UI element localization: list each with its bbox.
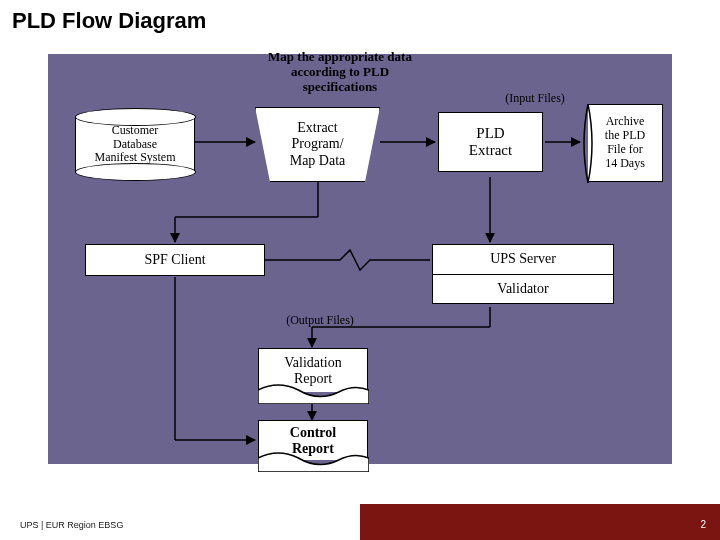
node-text: the PLD: [605, 129, 645, 143]
node-ups-server: UPS Server: [432, 244, 614, 274]
node-spf-client: SPF Client: [85, 244, 265, 276]
node-validator: Validator: [432, 274, 614, 304]
node-text: SPF Client: [144, 252, 205, 268]
node-extract-program: Extract Program/ Map Data: [255, 107, 380, 182]
node-text: Control: [290, 425, 336, 441]
diagram-area: Map the appropriate data according to PL…: [40, 42, 680, 472]
node-pld-extract: PLD Extract: [438, 112, 543, 172]
node-text: Archive: [606, 115, 645, 129]
footer-page-number: 2: [700, 519, 706, 530]
node-text: Extract: [469, 142, 512, 159]
node-control-report: Control Report: [258, 420, 368, 460]
slide: PLD Flow Diagram: [0, 0, 720, 540]
flow-diagram: Map the appropriate data according to PL…: [40, 42, 680, 472]
node-text: 14 Days: [605, 157, 645, 171]
caption-map-data: Map the appropriate data according to PL…: [250, 50, 430, 95]
label-text: (Input Files): [505, 92, 565, 106]
node-text: Validator: [497, 281, 548, 297]
label-output-files: (Output Files): [270, 314, 370, 328]
node-text: PLD: [476, 125, 504, 142]
archive-curve: [580, 104, 596, 183]
label-input-files: (Input Files): [485, 92, 585, 106]
node-text: Database: [113, 138, 157, 152]
node-text: UPS Server: [490, 251, 556, 267]
node-archive: Archive the PLD File for 14 Days: [588, 104, 663, 182]
caption-line: specifications: [303, 80, 377, 95]
node-customer-database: Customer Database Manifest System: [75, 117, 195, 172]
node-text: Program/: [291, 136, 343, 152]
caption-line: according to PLD: [291, 65, 389, 80]
footer-text: UPS | EUR Region EBSG: [20, 520, 123, 530]
cylinder-top: [75, 108, 196, 126]
cylinder-bottom: [75, 163, 196, 181]
wavy-edge: [258, 450, 369, 472]
slide-title: PLD Flow Diagram: [12, 8, 206, 34]
node-text: Extract: [297, 120, 337, 136]
footer: UPS | EUR Region EBSG 2: [0, 504, 720, 540]
node-text: Map Data: [290, 153, 346, 169]
node-validation-report: Validation Report: [258, 348, 368, 392]
node-text: Validation: [284, 355, 342, 371]
caption-line: Map the appropriate data: [268, 50, 412, 65]
label-text: (Output Files): [286, 314, 354, 328]
wavy-edge: [258, 382, 369, 404]
footer-right: [360, 504, 720, 540]
node-text: File for: [607, 143, 643, 157]
